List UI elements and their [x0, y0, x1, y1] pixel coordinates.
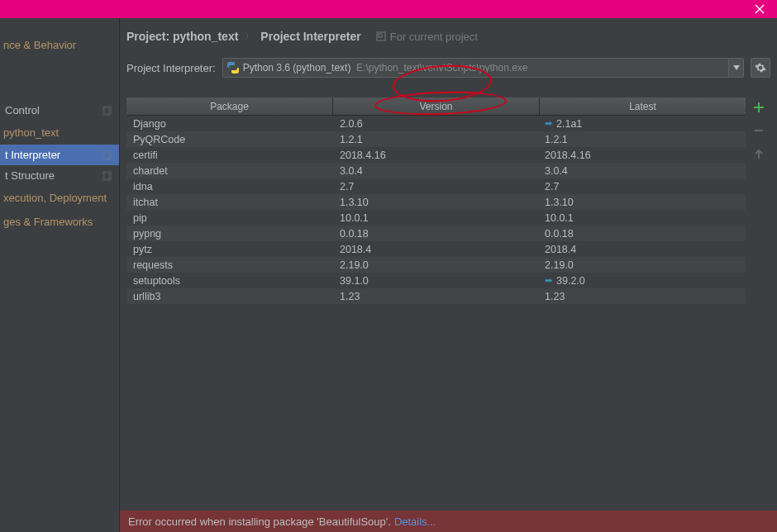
cell-package: pytz [126, 244, 333, 255]
upgrade-package-button[interactable] [751, 145, 767, 162]
sidebar-item-5[interactable]: xecution, Deployment [0, 186, 119, 210]
cell-package: idna [126, 181, 333, 192]
table-row[interactable]: pytz2018.42018.4 [126, 241, 746, 257]
arrow-up-icon [754, 148, 764, 159]
status-error-text: Error occurred when installing package '… [128, 515, 391, 528]
cell-version: 2018.4.16 [333, 150, 538, 161]
cell-version: 2.19.0 [333, 259, 538, 271]
cell-version: 1.23 [333, 291, 538, 302]
crumb-project[interactable]: Project: python_text [126, 30, 238, 43]
sidebar-item-1[interactable]: Control [0, 100, 119, 121]
breadcrumb: Project: python_text 〉 Project Interpret… [120, 18, 777, 43]
plus-icon [753, 102, 765, 113]
interpreter-settings-button[interactable] [751, 58, 770, 78]
cell-version: 10.0.1 [333, 212, 538, 224]
cell-latest: 2018.4.16 [538, 150, 746, 161]
sidebar-item-3[interactable]: t Interpreter [0, 145, 119, 165]
cell-package: requests [126, 259, 333, 271]
chevron-right-icon: 〉 [245, 31, 254, 43]
cell-latest: 1.23 [538, 291, 746, 302]
sidebar-item-0[interactable]: nce & Behavior [0, 33, 119, 57]
chevron-down-icon[interactable] [728, 59, 743, 77]
cell-package: Django [126, 118, 333, 130]
table-header: Package Version Latest [126, 97, 746, 116]
cell-package: itchat [126, 197, 333, 208]
table-row[interactable]: requests2.19.02.19.0 [126, 257, 746, 273]
col-package[interactable]: Package [126, 97, 333, 116]
package-actions [747, 97, 770, 532]
sidebar-item-4[interactable]: t Structure [0, 165, 119, 186]
cell-version: 1.3.10 [333, 197, 538, 208]
status-details-link[interactable]: Details... [394, 515, 436, 528]
cell-latest: ➡ 39.2.0 [538, 275, 746, 287]
gear-icon [755, 62, 766, 74]
interpreter-label: Project Interpreter: [126, 62, 216, 74]
interpreter-dropdown[interactable]: Python 3.6 (python_text) E:\python_text\… [222, 58, 744, 78]
add-package-button[interactable] [751, 99, 767, 116]
packages-table: Package Version Latest Django2.0.6➡ 2.1a… [126, 97, 746, 532]
table-row[interactable]: chardet3.0.43.0.4 [126, 163, 746, 178]
table-row[interactable]: certifi2018.4.162018.4.16 [126, 147, 746, 163]
cell-latest: 2.7 [538, 181, 746, 192]
title-bar [0, 0, 777, 18]
cell-version: 2018.4 [333, 244, 538, 255]
cell-version: 2.0.6 [333, 118, 538, 130]
status-bar: Error occurred when installing package '… [120, 511, 777, 532]
cell-version: 1.2.1 [333, 134, 538, 145]
remove-package-button[interactable] [751, 122, 767, 139]
table-row[interactable]: PyQRCode1.2.11.2.1 [126, 131, 746, 147]
cell-version: 3.0.4 [333, 165, 538, 177]
for-current-label: For current project [390, 31, 478, 43]
cell-latest: 3.0.4 [538, 165, 746, 177]
cell-package: chardet [126, 165, 333, 177]
sidebar-item-6[interactable]: ges & Frameworks [0, 210, 119, 234]
cell-latest: 0.0.18 [538, 228, 746, 240]
table-row[interactable]: urllib31.231.23 [126, 288, 746, 304]
table-row[interactable]: setuptools39.1.0➡ 39.2.0 [126, 273, 746, 288]
table-row[interactable]: pypng0.0.180.0.18 [126, 226, 746, 241]
cell-package: certifi [126, 150, 333, 161]
sidebar-item-2: python_text [0, 121, 119, 145]
close-button[interactable] [742, 0, 777, 18]
for-current-badge: For current project [376, 31, 478, 43]
settings-sidebar: nce & BehaviorControlpython_textt Interp… [0, 18, 120, 532]
cell-package: PyQRCode [126, 134, 333, 145]
svg-rect-7 [379, 34, 382, 37]
table-row[interactable]: itchat1.3.101.3.10 [126, 194, 746, 210]
cell-latest: 1.3.10 [538, 197, 746, 208]
cell-latest: 2018.4 [538, 244, 746, 255]
cell-package: urllib3 [126, 291, 333, 302]
cell-latest: ➡ 2.1a1 [538, 118, 746, 130]
cell-version: 2.7 [333, 181, 538, 192]
table-row[interactable]: idna2.72.7 [126, 178, 746, 194]
cell-latest: 2.19.0 [538, 259, 746, 271]
interpreter-selected-text: Python 3.6 (python_text) E:\python_text\… [243, 62, 528, 74]
cell-package: pip [126, 212, 333, 224]
cell-package: setuptools [126, 275, 333, 287]
cell-version: 0.0.18 [333, 228, 538, 240]
minus-icon [753, 125, 765, 136]
col-latest[interactable]: Latest [540, 97, 746, 116]
interpreter-name: Python 3.6 (python_text) [243, 62, 351, 74]
cell-package: pypng [126, 228, 333, 240]
cell-latest: 1.2.1 [538, 134, 746, 145]
col-version[interactable]: Version [333, 97, 540, 116]
table-row[interactable]: Django2.0.6➡ 2.1a1 [126, 116, 746, 131]
cell-version: 39.1.0 [333, 275, 538, 287]
interpreter-path: E:\python_text\venv\Scripts\python.exe [356, 62, 527, 74]
crumb-interpreter: Project Interpreter [260, 30, 360, 43]
python-icon [226, 61, 240, 74]
cell-latest: 10.0.1 [538, 212, 746, 224]
table-row[interactable]: pip10.0.110.0.1 [126, 210, 746, 226]
